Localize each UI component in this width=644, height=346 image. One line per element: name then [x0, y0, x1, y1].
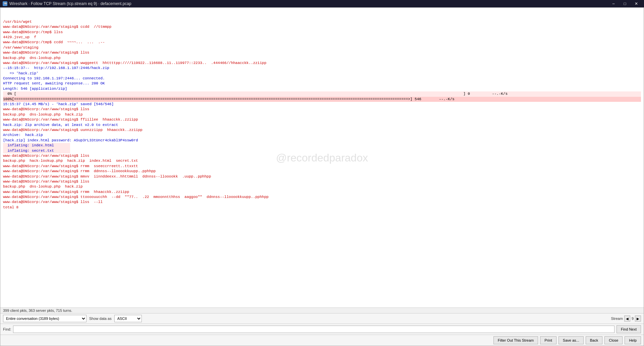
- stream-line: /usr/bin/wget: [3, 19, 641, 24]
- stream-line: www-data@DNScorp:/tmp$ llss: [3, 30, 641, 35]
- stream-line: hack.zip: Zip archive data, at least v2.…: [3, 123, 641, 128]
- stream-line: inflating: secret.txt: [3, 148, 70, 153]
- stream-line: Length: 546 [application/zip]: [3, 86, 641, 91]
- stream-line: www-data@DNScorp:/var/www/staging$ ccdd …: [3, 24, 641, 29]
- stream-line: backup.php dns-lookup.php hack.zip: [3, 184, 641, 189]
- stream-content[interactable]: /usr/bin/wgetwww-data@DNScorp:/var/www/s…: [0, 8, 644, 307]
- stream-line: HTTP request sent, awaiting response... …: [3, 81, 641, 86]
- packet-stats: 399 client pkts, 363 server pkts, 715 tu…: [3, 308, 72, 313]
- print-button[interactable]: Print: [540, 336, 557, 344]
- stream-line: inflating: index.html: [3, 143, 70, 148]
- maximize-button[interactable]: □: [620, 1, 630, 7]
- stream-line: www-data@DNScorp:/var/www/staging$ wwgge…: [3, 61, 641, 66]
- stream-line: Archive: hack.zip: [3, 133, 641, 138]
- filter-out-button[interactable]: Filter Out This Stream: [493, 336, 538, 344]
- stream-line: www-data@DNScorp:/var/www/staging$ mmvv …: [3, 174, 641, 179]
- main-window: /usr/bin/wgetwww-data@DNScorp:/var/www/s…: [0, 7, 644, 346]
- conversation-select[interactable]: Entire conversation (3189 bytes)192.168.…: [3, 315, 86, 322]
- title-bar-left: 🦈 Wireshark · Follow TCP Stream (tcp.str…: [3, 1, 131, 6]
- stream-line: 100%[===================================…: [3, 97, 641, 102]
- help-button[interactable]: Help: [625, 336, 641, 344]
- stream-line: www-data@DNScorp:/var/www/staging$ llss: [3, 50, 641, 55]
- stream-line: /var/www/staging: [3, 45, 641, 50]
- stream-line: www-data@DNScorp:/var/www/staging$ rrmm …: [3, 190, 641, 195]
- stream-label-container: Stream ◀ 9 ▶: [611, 316, 641, 322]
- stream-line: backup.php dns-lookup.php hack.zip: [3, 112, 641, 117]
- find-next-button[interactable]: Find Next: [617, 325, 641, 333]
- find-input[interactable]: [13, 326, 614, 333]
- stream-line: www-data@DNScorp:/var/www/staging$ rrmm …: [3, 169, 641, 174]
- show-data-as-label: Show data as: [89, 317, 112, 321]
- stream-line: total 8: [3, 205, 641, 210]
- stream-line: 15:15:37 (14.45 MB/s) - 'hack.zip' saved…: [3, 102, 641, 107]
- minimize-button[interactable]: –: [608, 1, 619, 7]
- bottom-bar: Filter Out This Stream Print Save as... …: [0, 335, 644, 346]
- stream-line: www-data@DNScorp:/var/www/staging$ ttooo…: [3, 195, 641, 200]
- stream-line: backup.php hack-lookup.php hack.zip inde…: [3, 158, 641, 163]
- stream-line: www-data@DNScorp:/var/www/staging$ llss: [3, 179, 641, 184]
- window-controls[interactable]: – □ ✕: [608, 1, 641, 7]
- close-button[interactable]: ✕: [631, 1, 641, 7]
- stream-line: www-data@DNScorp:/var/www/staging$ llss: [3, 153, 641, 158]
- stream-line: Connecting to 192.168.1.197:2446... conn…: [3, 76, 641, 81]
- stream-line: => 'hack.zip': [3, 71, 641, 76]
- stream-next-button[interactable]: ▶: [635, 316, 641, 322]
- controls-bar: Entire conversation (3189 bytes)192.168.…: [0, 313, 644, 324]
- stream-line: www-data@DNScorp:/var/www/staging$ llss …: [3, 200, 641, 205]
- stream-label-text: Stream: [611, 317, 623, 321]
- stream-line: 4429.jsvc_up f: [3, 35, 641, 40]
- stream-line: backup.php dns-lookup.php: [3, 56, 641, 61]
- find-bar: Find: Find Next: [0, 324, 644, 335]
- stream-line: www-data@DNScorp:/var/www/staging$ ffiil…: [3, 117, 641, 122]
- stream-line: www-data@DNScorp:/var/www/staging$ llss: [3, 107, 641, 112]
- app-icon: 🦈: [3, 1, 7, 6]
- stream-line: [hack.zip] index.html password: ASup3rL3…: [3, 138, 641, 143]
- window-title: Wireshark · Follow TCP Stream (tcp.strea…: [9, 1, 131, 6]
- stream-line: www-data@DNScorp:/tmp$ ccdd ~~~~... ... …: [3, 40, 641, 45]
- stream-line: --15:15:37-- http://192.168.1.197:2446/h…: [3, 66, 641, 71]
- close-button-bottom[interactable]: Close: [604, 336, 623, 344]
- title-bar: 🦈 Wireshark · Follow TCP Stream (tcp.str…: [0, 0, 644, 7]
- stream-line: www-data@DNScorp:/var/www/staging$ rrmm …: [3, 164, 641, 169]
- find-label: Find:: [3, 327, 11, 331]
- status-bar: 399 client pkts, 363 server pkts, 715 tu…: [0, 307, 644, 313]
- stream-prev-button[interactable]: ◀: [624, 316, 630, 322]
- save-as-button[interactable]: Save as...: [559, 336, 584, 344]
- stream-line: 0% [: [3, 91, 641, 96]
- back-button[interactable]: Back: [586, 336, 602, 344]
- stream-line: www-data@DNScorp:/var/www/staging$ uunnz…: [3, 128, 641, 133]
- show-data-as-select[interactable]: ASCIIHex DumpC ArraysRaw: [114, 315, 142, 322]
- stream-value: 9: [632, 317, 634, 321]
